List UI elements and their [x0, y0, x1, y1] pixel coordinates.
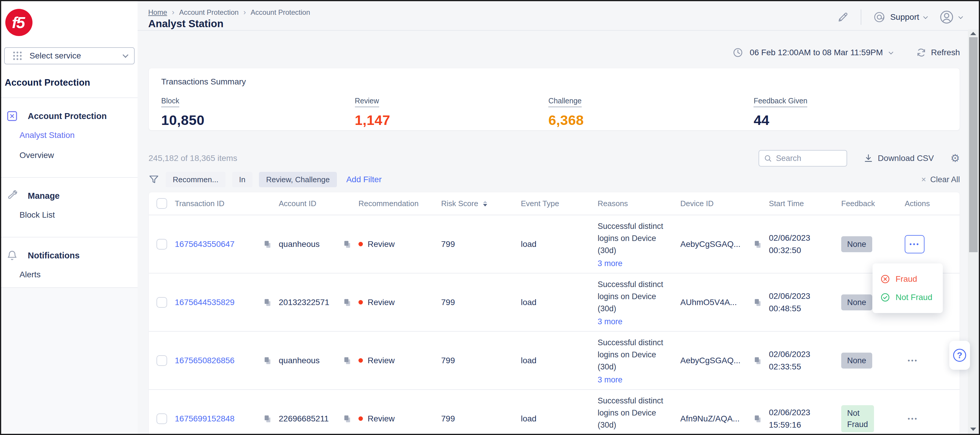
refresh-button[interactable]: Refresh	[916, 48, 960, 57]
copy-icon[interactable]	[263, 414, 272, 423]
recommendation: Review	[368, 356, 395, 365]
filter-value-chip[interactable]: Review, Challenge	[259, 172, 337, 187]
col-account-id[interactable]: Account ID	[279, 199, 358, 208]
col-device-id[interactable]: Device ID	[680, 199, 769, 208]
breadcrumb-item[interactable]: Account Protection	[179, 8, 239, 16]
scrollbar-thumb[interactable]	[969, 37, 978, 252]
f5-logo: f5	[5, 9, 32, 36]
sidebar-item-overview[interactable]: Overview	[1, 145, 138, 166]
event-type: load	[521, 298, 598, 307]
col-actions: Actions	[905, 199, 959, 208]
date-range-picker[interactable]: 06 Feb 12:00AM to 08 Mar 11:59PM	[750, 48, 883, 57]
row-actions-button[interactable]: •••	[905, 353, 921, 368]
product-title: Account Protection	[5, 77, 138, 88]
download-csv-button[interactable]: Download CSV	[864, 154, 934, 163]
row-checkbox[interactable]	[156, 355, 167, 366]
scroll-down-arrow[interactable]	[970, 428, 976, 431]
gear-icon[interactable]: ⚙	[950, 153, 960, 164]
sidebar-item-block-list[interactable]: Block List	[1, 205, 138, 225]
transaction-id-link[interactable]: 1675699152848	[175, 414, 234, 424]
col-transaction-id[interactable]: Transaction ID	[175, 199, 279, 208]
reasons-more-link[interactable]: 2 more	[598, 433, 622, 435]
copy-icon[interactable]	[753, 414, 762, 423]
sort-icon[interactable]	[483, 201, 487, 206]
col-start-time[interactable]: Start Time	[769, 199, 841, 208]
help-button[interactable]: ?	[949, 341, 970, 370]
breadcrumb-separator: ›	[172, 8, 175, 17]
sidebar-item-label: Account Protection	[28, 112, 107, 121]
time-toolbar: 06 Feb 12:00AM to 08 Mar 11:59PM Refresh	[138, 45, 960, 60]
copy-icon[interactable]	[342, 298, 352, 307]
filter-icon	[148, 174, 159, 185]
copy-icon[interactable]	[342, 356, 352, 365]
stat-label[interactable]: Feedback Given	[754, 97, 807, 107]
copy-icon[interactable]	[342, 414, 352, 423]
reasons-more-link[interactable]: 3 more	[598, 259, 622, 268]
menu-item-not-fraud[interactable]: Not Fraud	[872, 288, 943, 306]
top-right-controls: Support	[837, 6, 962, 25]
copy-icon[interactable]	[263, 298, 272, 307]
col-feedback[interactable]: Feedback	[841, 199, 905, 208]
row-actions-button[interactable]: •••	[905, 235, 924, 253]
refresh-icon	[916, 48, 926, 57]
search-input[interactable]	[776, 154, 842, 163]
col-reasons[interactable]: Reasons	[598, 199, 680, 208]
feedback-badge: Not Fraud	[841, 405, 874, 432]
transaction-id-link[interactable]: 1675644535829	[175, 298, 234, 307]
service-selector[interactable]: Select service	[4, 47, 135, 64]
support-menu[interactable]: Support	[873, 11, 927, 23]
start-time: 02/06/202300:48:55	[769, 290, 841, 315]
copy-icon[interactable]	[753, 356, 762, 365]
row-checkbox[interactable]	[156, 413, 167, 424]
row-checkbox[interactable]	[156, 239, 167, 250]
col-event-type[interactable]: Event Type	[521, 199, 598, 208]
col-risk-score[interactable]: Risk Score	[441, 199, 521, 208]
reasons-more-link[interactable]: 3 more	[598, 375, 622, 384]
transaction-id-link[interactable]: 1675650826856	[175, 356, 234, 365]
scroll-up-arrow[interactable]	[970, 32, 976, 35]
nav-group-account-protection: Account Protection Analyst Station Overv…	[1, 98, 138, 168]
review-status-dot	[358, 358, 363, 363]
copy-icon[interactable]	[263, 240, 272, 249]
stat-label[interactable]: Review	[355, 97, 379, 107]
breadcrumb-home-link[interactable]: Home	[148, 8, 167, 16]
account-menu[interactable]	[939, 10, 962, 25]
reasons-more-link[interactable]: 3 more	[598, 317, 622, 326]
sidebar-item-analyst-station[interactable]: Analyst Station	[1, 125, 138, 145]
sidebar-item-alerts[interactable]: Alerts	[1, 265, 138, 285]
review-status-dot	[358, 242, 363, 246]
breadcrumb-separator: ›	[243, 8, 246, 17]
vertical-scrollbar[interactable]	[968, 30, 979, 434]
stat-challenge: Challenge 6,368	[548, 97, 754, 128]
copy-icon[interactable]	[753, 298, 762, 307]
pencil-icon[interactable]	[837, 11, 849, 23]
chevron-down-icon	[923, 14, 928, 19]
add-filter-button[interactable]: Add Filter	[346, 175, 382, 184]
avatar-icon	[939, 10, 954, 25]
filter-operator-chip[interactable]: In	[232, 172, 253, 187]
sidebar-item-manage[interactable]: Manage	[1, 186, 138, 205]
stat-label[interactable]: Challenge	[548, 97, 582, 107]
row-checkbox[interactable]	[156, 297, 167, 308]
device-id: Afn9NuZ/AQA...	[680, 414, 740, 424]
select-all-checkbox[interactable]	[156, 198, 167, 209]
row-actions-button[interactable]: •••	[905, 411, 921, 427]
col-recommendation[interactable]: Recommendation	[358, 199, 441, 208]
reasons-text: Successful distinct logins on Device (30…	[598, 279, 674, 315]
clear-all-button[interactable]: × Clear All	[921, 175, 960, 184]
copy-icon[interactable]	[263, 356, 272, 365]
recommendation: Review	[368, 298, 395, 307]
sidebar-item-notifications[interactable]: Notifications	[1, 246, 138, 265]
account-id: quanheous	[279, 356, 320, 365]
table-body: 1675643550647quanheousReview799loadSucce…	[149, 215, 959, 435]
stat-label[interactable]: Block	[161, 97, 179, 107]
summary-title: Transactions Summary	[161, 77, 947, 86]
copy-icon[interactable]	[753, 240, 762, 249]
transaction-id-link[interactable]: 1675643550647	[175, 239, 234, 249]
copy-icon[interactable]	[342, 240, 352, 249]
search-box[interactable]	[759, 150, 847, 167]
sidebar-item-account-protection[interactable]: Account Protection	[1, 107, 138, 125]
menu-item-fraud[interactable]: Fraud	[872, 270, 943, 288]
filter-field-chip[interactable]: Recommen...	[165, 172, 226, 187]
stat-value: 6,368	[548, 112, 754, 128]
